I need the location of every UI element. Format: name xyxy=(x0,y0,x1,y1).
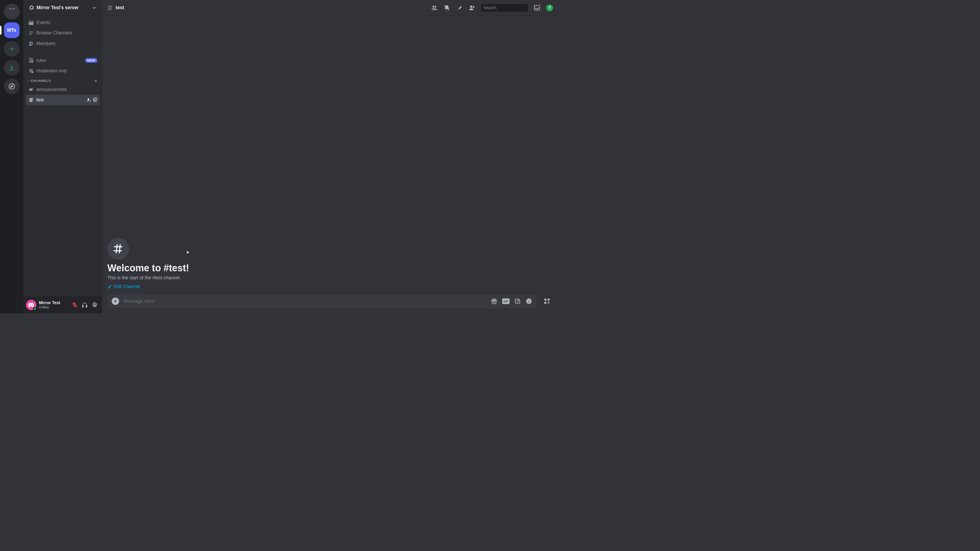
svg-rect-26 xyxy=(547,298,549,300)
svg-rect-25 xyxy=(544,298,546,300)
server-boost-icon xyxy=(29,5,34,11)
chevron-down-icon xyxy=(27,80,30,83)
plus-icon[interactable] xyxy=(93,78,98,83)
server-name: Mirror Test's server xyxy=(37,5,92,10)
avatar[interactable] xyxy=(26,300,36,310)
user-panel: Mirror Test Online xyxy=(23,297,102,313)
pencil-icon xyxy=(107,284,112,289)
help-icon: ? xyxy=(546,4,553,11)
add-server-button[interactable] xyxy=(4,41,20,57)
main-area: test ? ➤ Welcome to #test! This is the s… xyxy=(102,0,557,313)
svg-point-8 xyxy=(88,98,89,100)
gift-button[interactable] xyxy=(491,298,497,305)
channel-test[interactable]: test xyxy=(26,95,100,105)
sticker-button[interactable] xyxy=(514,298,521,305)
notification-button[interactable] xyxy=(443,4,450,11)
plus-icon xyxy=(8,46,15,52)
welcome-heading: Welcome to #test! xyxy=(107,263,552,274)
inbox-button[interactable] xyxy=(534,4,541,11)
headphones-icon xyxy=(82,302,88,308)
svg-point-22 xyxy=(526,298,532,304)
welcome-hash-icon xyxy=(107,238,129,260)
welcome-sub: This is the start of the #test channel. xyxy=(107,276,552,281)
edit-channel-link[interactable]: Edit Channel xyxy=(107,284,140,289)
chevron-down-icon xyxy=(92,5,97,10)
cursor-icon: ➤ xyxy=(186,249,190,255)
sticker-icon xyxy=(514,298,521,305)
active-pill xyxy=(0,26,2,35)
threads-button[interactable] xyxy=(431,4,438,11)
deafen-button[interactable] xyxy=(80,300,90,310)
svg-point-5 xyxy=(29,42,31,44)
channel-moderator-only[interactable]: moderator-only xyxy=(26,65,100,76)
gif-button[interactable]: GIF xyxy=(502,298,510,305)
channel-title: test xyxy=(116,5,431,11)
compass-icon xyxy=(8,83,15,90)
nav-browse-channels[interactable]: Browse Channels xyxy=(26,28,100,38)
hash-icon xyxy=(106,4,113,11)
gift-icon xyxy=(491,298,497,305)
search-box[interactable] xyxy=(481,4,528,11)
emoji-icon xyxy=(526,298,532,305)
members-icon xyxy=(469,4,475,11)
threads-icon xyxy=(431,4,438,11)
download-icon xyxy=(8,64,15,71)
search-input[interactable] xyxy=(483,5,535,10)
mute-button[interactable] xyxy=(70,300,80,310)
topbar: test ? xyxy=(102,0,557,16)
channel-list: Events Browse Channels Members rules NEW… xyxy=(23,16,102,297)
apps-button[interactable] xyxy=(542,296,552,306)
plus-icon xyxy=(113,299,118,304)
attach-button[interactable] xyxy=(112,298,119,305)
megaphone-icon xyxy=(28,86,34,93)
server-rail: MTs xyxy=(0,0,23,313)
channel-announcement[interactable]: announcement xyxy=(26,84,100,95)
member-list-button[interactable] xyxy=(469,4,475,11)
svg-point-11 xyxy=(94,304,95,306)
pin-icon xyxy=(456,4,463,11)
bell-muted-icon xyxy=(443,4,450,11)
download-apps-button[interactable] xyxy=(4,60,20,75)
nav-events[interactable]: Events xyxy=(26,18,100,28)
mic-muted-icon xyxy=(72,302,78,308)
channel-welcome: Welcome to #test! This is the start of t… xyxy=(107,238,552,294)
gear-icon[interactable] xyxy=(93,98,98,103)
status-dot xyxy=(33,306,37,310)
discord-logo-icon xyxy=(7,7,16,16)
apps-icon xyxy=(544,298,550,305)
discover-button[interactable] xyxy=(4,78,20,94)
channel-rules[interactable]: rules NEW xyxy=(26,55,100,65)
svg-point-21 xyxy=(518,301,518,301)
svg-point-6 xyxy=(32,42,33,44)
notification-dot xyxy=(538,4,541,7)
svg-point-13 xyxy=(473,6,475,8)
message-composer: GIF xyxy=(107,294,536,308)
user-info[interactable]: Mirror Test Online xyxy=(39,301,70,310)
dm-button[interactable] xyxy=(4,4,20,20)
hash-shield-icon xyxy=(28,68,34,74)
rules-icon xyxy=(28,57,34,64)
chat-area: ➤ Welcome to #test! This is the start of… xyxy=(102,16,557,313)
members-icon xyxy=(28,41,34,47)
hash-icon xyxy=(28,97,34,103)
server-icon-active[interactable]: MTs xyxy=(4,23,20,38)
user-settings-button[interactable] xyxy=(90,300,100,310)
category-channels[interactable]: CHANNELS xyxy=(26,76,100,85)
browse-icon xyxy=(28,30,34,36)
pinned-button[interactable] xyxy=(456,4,463,11)
nav-members[interactable]: Members xyxy=(26,38,100,49)
svg-rect-9 xyxy=(82,305,83,307)
gif-icon: GIF xyxy=(502,298,510,305)
svg-point-20 xyxy=(516,301,517,301)
svg-marker-1 xyxy=(11,85,13,88)
svg-text:GIF: GIF xyxy=(503,300,508,303)
divider xyxy=(28,52,98,52)
invite-icon[interactable] xyxy=(87,98,91,103)
svg-point-12 xyxy=(470,5,472,8)
help-button[interactable]: ? xyxy=(546,4,553,11)
server-header[interactable]: Mirror Test's server xyxy=(23,0,102,16)
svg-point-24 xyxy=(529,300,530,301)
message-input[interactable] xyxy=(124,298,491,304)
emoji-button[interactable] xyxy=(526,298,532,305)
calendar-icon xyxy=(28,20,34,26)
